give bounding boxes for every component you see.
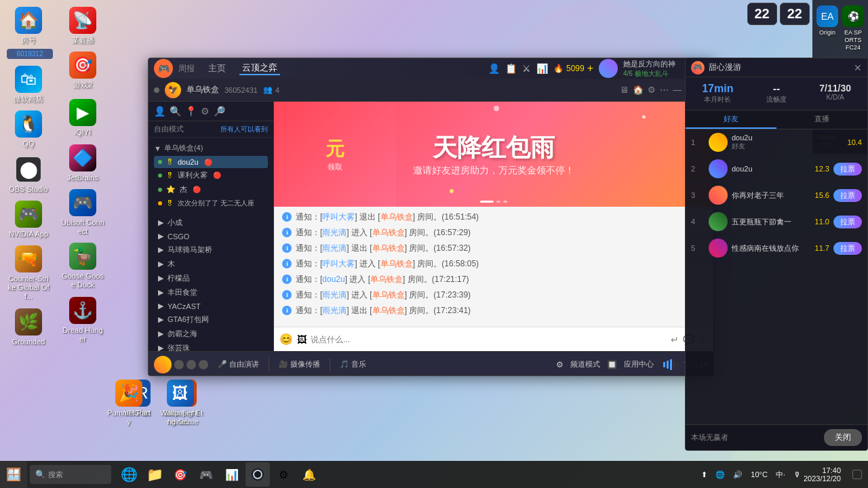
taskbar-icon-explorer[interactable]: 📁 [142, 462, 167, 487]
desktop-icon-wallpaper-engine[interactable]: 🖼 Wallpaper Engine:... [156, 377, 205, 429]
sidebar-item-gta6[interactable]: ▶GTA6打包网 [154, 312, 268, 327]
sidebar-other-section: ▶小成 ▶CSGO ▶马球骑马架桥 ▶木 ▶柠檬品 ▶丰田食 [149, 213, 273, 351]
sidebar-icon-search2[interactable]: 🔎 [214, 106, 225, 117]
taskbar-start-button[interactable]: 🪟 [0, 461, 27, 488]
tab-home-label: 周报 [178, 63, 195, 75]
taskbar-icon-app4[interactable]: 🔔 [297, 462, 321, 487]
desktop-icon-dread-hunger[interactable]: ⚓ Dread Hunger [58, 294, 107, 346]
sidebar-item-yaczast[interactable]: ▶YACzAST [154, 300, 268, 312]
tab-main[interactable]: 主页 [205, 62, 229, 75]
rank-item-3: 3 你再对老子三年 15.6 拉票 [686, 182, 867, 209]
toolbar-camera-btn[interactable]: 🎥摄像传播 [275, 357, 324, 371]
sidebar-item-xiaocheng[interactable]: ▶小成 [154, 216, 268, 230]
desktop-icon-fang-hao[interactable]: 🏠 房号 [4, 4, 53, 47]
sidebar-user-dou2u[interactable]: 🎖 dou2u 🔴 [154, 156, 268, 168]
right-panel-close-btn[interactable]: ✕ [854, 62, 862, 73]
room-icon-more[interactable]: ⋯ [660, 85, 669, 95]
nav-icon-1[interactable]: 👤 [488, 63, 500, 74]
desktop-icon-live-streaming[interactable]: 📡 某直播 [58, 4, 107, 47]
rank-vote-btn-5[interactable]: 拉票 [833, 242, 862, 255]
toolbar-grid-icon[interactable]: ⚙ [556, 360, 564, 369]
sidebar-item-fengtiansit[interactable]: ▶丰田食堂 [154, 285, 268, 300]
room-icon-screen[interactable]: 🖥 [620, 85, 629, 95]
taskbar-search-bar[interactable]: 🔍 搜索 [30, 465, 111, 484]
send-icon[interactable]: ↵ [671, 334, 679, 345]
sidebar-icon-location[interactable]: 📍 [185, 106, 197, 117]
room-members: 👥4 [263, 85, 279, 94]
toolbar-apps-icon[interactable]: 🔲 [607, 360, 617, 369]
window-tabs: 周报 主页 云顶之弈 [178, 62, 483, 75]
tray-icon-mic[interactable]: 🎙 [791, 469, 804, 480]
sidebar-item-biezhi[interactable]: ▶勿霸之海 [154, 327, 268, 341]
desktop-icon-game2[interactable]: 🎯 游戏2 [58, 49, 107, 92]
sidebar-icon-settings[interactable]: ⚙ [201, 106, 210, 117]
nav-icon-2[interactable]: 📋 [505, 63, 517, 74]
notification-center-btn[interactable] [846, 461, 868, 488]
taskbar-icon-steam[interactable] [245, 462, 270, 487]
back-icon[interactable] [154, 87, 159, 93]
toolbar-settings-icon[interactable] [199, 360, 208, 369]
taskbar-icon-game[interactable]: 🎮 [194, 462, 218, 487]
toolbar-mic-icon[interactable] [174, 360, 184, 369]
desktop-icon-csgo[interactable]: 🔫 Counter-Strike Global Off... [4, 243, 53, 304]
sidebar-user-jie[interactable]: ⭐ 杰 🔴 [154, 182, 268, 197]
sidebar-item-zhangfei[interactable]: ▶张芸珠 [154, 341, 268, 351]
desktop-icon-obs[interactable]: ⬤ OBS Studio [4, 153, 53, 197]
desktop-icon-nvidia[interactable]: 🎮 NVIDIA App [4, 198, 53, 241]
rp-tab-friends[interactable]: 好友 [686, 110, 776, 129]
image-btn[interactable]: 🖼 [297, 334, 307, 345]
toolbar-free-speak-btn[interactable]: 🎤自由演讲 [214, 357, 263, 371]
rank-vote-btn-4[interactable]: 拉票 [833, 216, 862, 228]
rank-vote-btn-2[interactable]: 拉票 [833, 163, 862, 176]
room-icon-home[interactable]: 🏠 [633, 85, 644, 95]
desktop-icon-iqiyi[interactable]: ▶ iQIYI [58, 96, 107, 140]
nav-icon-3[interactable]: ⚔ [522, 63, 531, 74]
center-content: 元 领取 天降红包雨 邀请好友进房助力，万元奖金领不停！ + [274, 102, 713, 351]
nav-icon-4[interactable]: 📊 [536, 63, 548, 74]
sidebar-item-csgo[interactable]: ▶CSGO [154, 230, 268, 243]
banner-deco2 [450, 189, 454, 193]
taskbar-icon-app1[interactable]: 🎯 [168, 462, 193, 487]
toolbar-channel-btn[interactable]: 频道模式 [566, 357, 604, 371]
taskbar-icon-edge[interactable]: 🌐 [117, 462, 141, 487]
tab-cloud[interactable]: 云顶之弈 [239, 62, 280, 75]
sidebar-icon-person[interactable]: 👤 [154, 106, 165, 117]
sidebar-user-cici[interactable]: 🎖 次次分别了了 无二无人座 [154, 197, 268, 210]
user-avatar[interactable] [599, 59, 618, 78]
rp-tab-live[interactable]: 直播 [776, 110, 867, 129]
toolbar-music-btn[interactable]: 🎵音乐 [336, 357, 370, 371]
tray-icon-sound[interactable]: 🔊 [730, 469, 745, 481]
rank-vote-btn-3[interactable]: 拉票 [833, 189, 862, 202]
desktop-icon-jetbrains[interactable]: 🔷 JetBrains [58, 142, 107, 185]
desktop-icon-ubisoft[interactable]: 🎮 Ubisoft Connect [58, 186, 107, 239]
desktop-icon-pummel-party[interactable]: 🎉 Pummel Party [104, 377, 153, 429]
sidebar-item-maqiu[interactable]: ▶马球骑马架桥 [154, 243, 268, 257]
desktop-icon-goose[interactable]: 🦆 Goose Goose Duck [58, 240, 107, 292]
tray-temp: 10°C [748, 469, 770, 480]
rank-item-2: 2 dou2u 12.3 拉票 [686, 156, 867, 182]
sidebar-icon-search[interactable]: 🔍 [170, 106, 181, 117]
sidebar-item-ningmeng[interactable]: ▶柠檬品 [154, 271, 268, 285]
toolbar-headphone-icon[interactable] [186, 360, 196, 369]
chat-input-field[interactable] [311, 335, 667, 344]
desktop-icon-qq[interactable]: 🐧 QQ [4, 108, 53, 151]
sidebar-user-keli[interactable]: 🎖 课利火雾 🔴 [154, 168, 268, 182]
tray-icon-up[interactable]: ⬆ [698, 469, 710, 481]
desktop-icon-microsoft-store[interactable]: 🛍 微软商店 [4, 63, 53, 106]
room-icon-settings[interactable]: ⚙ [648, 85, 656, 95]
taskbar-icon-app2[interactable]: 📊 [220, 462, 244, 487]
room-icon-collapse[interactable]: — [673, 85, 682, 95]
toolbar-apps-btn[interactable]: 应用中心 [620, 357, 658, 371]
icon-ea-sports-fc[interactable]: ⚽ EA SPORTS FC24 [841, 3, 865, 54]
taskbar-icon-app3[interactable]: ⚙ [271, 462, 296, 487]
right-panel-close-big-btn[interactable]: 关闭 [824, 429, 862, 446]
sidebar-item-mu[interactable]: ▶木 [154, 257, 268, 271]
desktop-icon-grounded[interactable]: 🌿 Grounded [4, 306, 53, 349]
tray-ime[interactable]: 中· [773, 468, 788, 481]
icon-ea-sports[interactable]: EA Origin [815, 3, 840, 54]
add-coins-btn[interactable]: + [587, 62, 593, 75]
system-tray: ⬆ 🌐 🔊 10°C 中· 🎙 [698, 468, 804, 481]
app-logo[interactable]: 🎮 [154, 59, 173, 78]
tray-icon-network[interactable]: 🌐 [713, 469, 728, 481]
emoji-btn[interactable]: 😊 [279, 333, 293, 346]
